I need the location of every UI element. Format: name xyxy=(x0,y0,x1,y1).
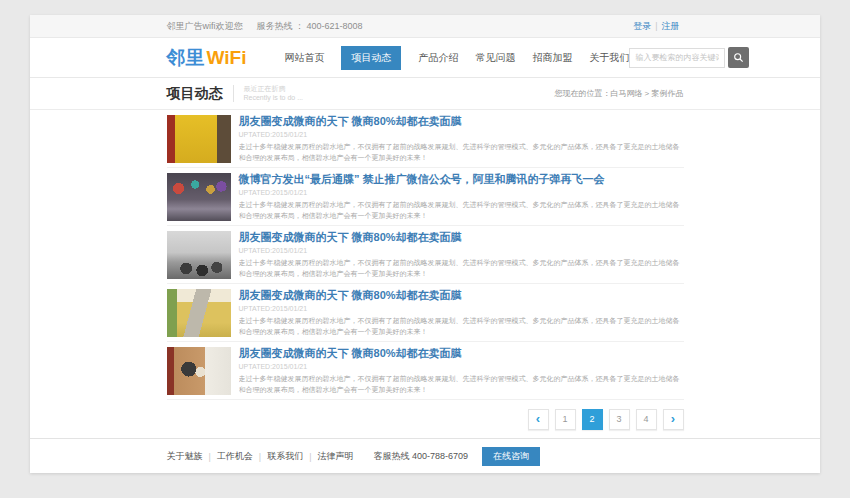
auth-links: 登录|注册 xyxy=(629,20,683,33)
pagination-next-icon[interactable]: › xyxy=(663,409,684,430)
search-icon xyxy=(733,52,744,63)
footer-link-about[interactable]: 关于魅族 xyxy=(167,450,203,463)
footer-link-separator: | xyxy=(259,452,261,462)
article-list-item: 朋友圈变成微商的天下 微商80%却都在卖面膜 UPTATED:2015/01/2… xyxy=(167,342,684,400)
pagination-prev-icon[interactable]: ‹ xyxy=(528,409,549,430)
article-description: 走过十多年稳健发展历程的碧水地产，不仅拥有了超前的战略发展规划、先进科学的管理模… xyxy=(239,374,684,395)
search-bar xyxy=(629,47,749,68)
welcome-text: 邻里广告wifi欢迎您 xyxy=(167,20,243,33)
nav-item-products[interactable]: 产品介绍 xyxy=(418,51,458,65)
logo-text-en: WiFi xyxy=(207,47,247,68)
online-consult-button[interactable]: 在线咨询 xyxy=(482,447,540,466)
footer-link-contact[interactable]: 联系我们 xyxy=(267,450,303,463)
pagination-page-1[interactable]: 1 xyxy=(555,409,576,430)
article-thumbnail[interactable] xyxy=(167,231,231,279)
auth-divider: | xyxy=(655,21,657,31)
nav-item-faq[interactable]: 常见问题 xyxy=(475,51,515,65)
nav-item-home[interactable]: 网站首页 xyxy=(284,51,324,65)
main-header: 邻里WiFi 网站首页 项目动态 产品介绍 常见问题 招商加盟 关于我们 xyxy=(30,38,820,78)
article-list: 朋友圈变成微商的天下 微商80%却都在卖面膜 UPTATED:2015/01/2… xyxy=(167,110,684,400)
site-logo[interactable]: 邻里WiFi xyxy=(167,45,247,71)
article-title[interactable]: 朋友圈变成微商的天下 微商80%却都在卖面膜 xyxy=(239,114,684,129)
page-subtitle-en: Recently is to do ... xyxy=(244,94,304,101)
site-window: 邻里广告wifi欢迎您 服务热线 ： 400-621-8008 登录|注册 邻里… xyxy=(30,15,820,473)
page-subtitle-cn: 最近正在折腾 xyxy=(244,85,286,92)
footer-link-legal[interactable]: 法律声明 xyxy=(318,450,354,463)
page-header: 项目动态 最近正在折腾 Recently is to do ... 您现在的位置… xyxy=(30,78,820,110)
pagination-page-4[interactable]: 4 xyxy=(636,409,657,430)
footer-link-separator: | xyxy=(309,452,311,462)
pagination-page-2-active[interactable]: 2 xyxy=(582,409,603,430)
footer-links: 关于魅族 | 工作机会 | 联系我们 | 法律声明 xyxy=(167,450,354,463)
article-list-item: 朋友圈变成微商的天下 微商80%却都在卖面膜 UPTATED:2015/01/2… xyxy=(167,110,684,168)
page-subtitle: 最近正在折腾 Recently is to do ... xyxy=(233,85,304,103)
article-date: UPTATED:2015/01/21 xyxy=(239,305,684,312)
article-date: UPTATED:2015/01/21 xyxy=(239,363,684,370)
footer-link-jobs[interactable]: 工作机会 xyxy=(217,450,253,463)
pagination: ‹ 1 2 3 4 › xyxy=(30,400,820,438)
article-description: 走过十多年稳健发展历程的碧水地产，不仅拥有了超前的战略发展规划、先进科学的管理模… xyxy=(239,258,684,279)
article-list-item: 微博官方发出“最后通牒” 禁止推广微信公众号，阿里和腾讯的子弹再飞一会 UPTA… xyxy=(167,168,684,226)
article-date: UPTATED:2015/01/21 xyxy=(239,131,684,138)
article-title[interactable]: 朋友圈变成微商的天下 微商80%却都在卖面膜 xyxy=(239,288,684,303)
login-link[interactable]: 登录 xyxy=(633,21,651,31)
search-button[interactable] xyxy=(728,47,749,68)
article-thumbnail[interactable] xyxy=(167,115,231,163)
nav-item-project-news[interactable]: 项目动态 xyxy=(341,46,401,70)
article-thumbnail[interactable] xyxy=(167,289,231,337)
article-date: UPTATED:2015/01/21 xyxy=(239,189,684,196)
article-title[interactable]: 朋友圈变成微商的天下 微商80%却都在卖面膜 xyxy=(239,346,684,361)
article-description: 走过十多年稳健发展历程的碧水地产，不仅拥有了超前的战略发展规划、先进科学的管理模… xyxy=(239,316,684,337)
utility-bar: 邻里广告wifi欢迎您 服务热线 ： 400-621-8008 登录|注册 xyxy=(30,15,820,38)
article-thumbnail[interactable] xyxy=(167,347,231,395)
article-list-item: 朋友圈变成微商的天下 微商80%却都在卖面膜 UPTATED:2015/01/2… xyxy=(167,226,684,284)
site-footer: 关于魅族 | 工作机会 | 联系我们 | 法律声明 客服热线 400-788-6… xyxy=(30,438,820,473)
main-nav: 网站首页 项目动态 产品介绍 常见问题 招商加盟 关于我们 xyxy=(284,46,629,70)
footer-hotline: 客服热线 400-788-6709 xyxy=(374,450,469,463)
article-description: 走过十多年稳健发展历程的碧水地产，不仅拥有了超前的战略发展规划、先进科学的管理模… xyxy=(239,142,684,163)
article-thumbnail[interactable] xyxy=(167,173,231,221)
nav-item-about[interactable]: 关于我们 xyxy=(589,51,629,65)
article-list-item: 朋友圈变成微商的天下 微商80%却都在卖面膜 UPTATED:2015/01/2… xyxy=(167,284,684,342)
article-description: 走过十多年稳健发展历程的碧水地产，不仅拥有了超前的战略发展规划、先进科学的管理模… xyxy=(239,200,684,221)
page-title: 项目动态 xyxy=(167,85,223,103)
article-title[interactable]: 朋友圈变成微商的天下 微商80%却都在卖面膜 xyxy=(239,230,684,245)
pagination-page-3[interactable]: 3 xyxy=(609,409,630,430)
logo-text-cn: 邻里 xyxy=(167,47,205,68)
service-hotline-text: 服务热线 ： 400-621-8008 xyxy=(257,20,363,33)
footer-link-separator: | xyxy=(209,452,211,462)
article-title[interactable]: 微博官方发出“最后通牒” 禁止推广微信公众号，阿里和腾讯的子弹再飞一会 xyxy=(239,172,684,187)
copyright-bar: ©2015 Maizu Telecom Equipment Co., Ltd. … xyxy=(167,472,684,473)
register-link[interactable]: 注册 xyxy=(662,21,680,31)
search-input[interactable] xyxy=(629,48,725,68)
breadcrumb[interactable]: 您现在的位置：白马网络 > 案例作品 xyxy=(554,88,683,99)
nav-item-franchise[interactable]: 招商加盟 xyxy=(532,51,572,65)
article-date: UPTATED:2015/01/21 xyxy=(239,247,684,254)
